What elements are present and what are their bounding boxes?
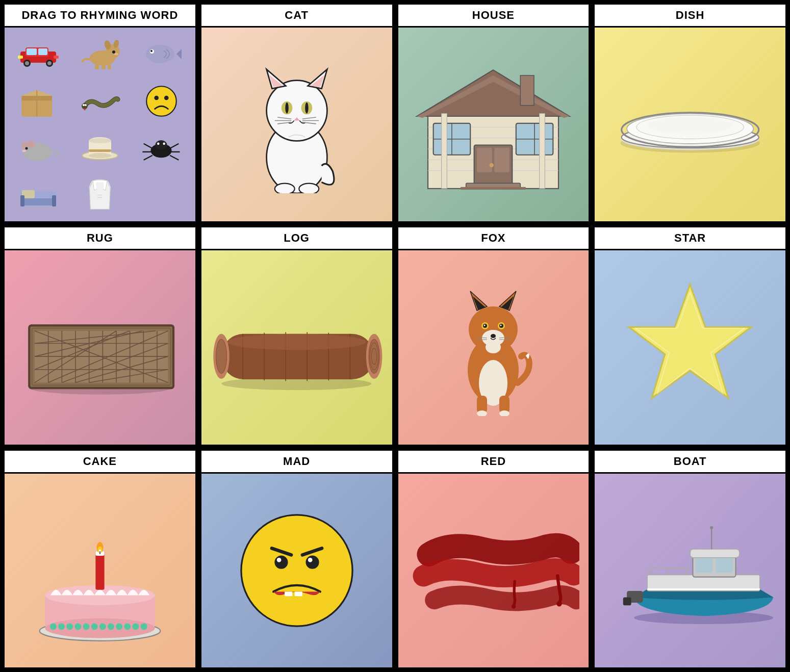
svg-rect-8 xyxy=(18,56,23,59)
svg-rect-62 xyxy=(52,195,56,206)
drag-source-header: DRAG TO RHYMING WORD xyxy=(5,5,195,28)
drag-source-content[interactable] xyxy=(5,28,195,221)
cake-content xyxy=(5,474,195,667)
boat-content xyxy=(595,474,785,667)
fox-content xyxy=(398,250,589,444)
svg-rect-105 xyxy=(461,187,526,190)
cake-header: CAKE xyxy=(5,451,195,474)
svg-line-52 xyxy=(144,155,152,160)
svg-point-97 xyxy=(490,163,494,168)
mad-cell: MAD xyxy=(200,449,394,669)
svg-point-209 xyxy=(305,555,319,568)
svg-point-168 xyxy=(484,325,486,326)
log-header: LOG xyxy=(201,227,392,250)
drag-item-hat[interactable] xyxy=(80,132,120,165)
rug-cell: RUG xyxy=(3,226,197,446)
drag-item-snake[interactable] xyxy=(80,85,120,118)
fox-cell: FOX xyxy=(397,226,591,446)
svg-point-7 xyxy=(47,61,52,65)
svg-point-29 xyxy=(83,104,85,106)
house-content xyxy=(398,28,589,221)
svg-marker-180 xyxy=(629,285,751,398)
drag-item-dog[interactable] xyxy=(80,38,120,71)
drag-item-sad-face[interactable] xyxy=(141,85,182,118)
svg-rect-3 xyxy=(38,48,47,55)
svg-point-169 xyxy=(500,325,502,326)
cat-cell: CAT xyxy=(200,3,394,223)
svg-rect-212 xyxy=(285,591,292,596)
drag-item-bug[interactable] xyxy=(141,132,182,165)
drag-item-mouse[interactable] xyxy=(18,132,59,165)
svg-point-153 xyxy=(369,340,380,374)
svg-rect-2 xyxy=(27,48,37,55)
dish-cell: DISH xyxy=(593,3,787,223)
log-content xyxy=(201,250,392,444)
svg-rect-198 xyxy=(95,551,104,589)
drag-item-fish[interactable] xyxy=(141,38,182,71)
drag-item-lab-coat[interactable] xyxy=(80,178,120,212)
svg-rect-63 xyxy=(96,182,104,189)
svg-point-14 xyxy=(112,50,115,54)
svg-point-15 xyxy=(114,53,118,55)
svg-point-192 xyxy=(99,623,106,630)
svg-point-28 xyxy=(82,103,88,109)
svg-point-210 xyxy=(276,558,281,562)
svg-marker-20 xyxy=(176,48,182,60)
svg-point-83 xyxy=(274,184,294,193)
svg-point-186 xyxy=(50,623,57,630)
svg-point-34 xyxy=(164,95,169,100)
star-content xyxy=(595,250,785,444)
svg-point-56 xyxy=(157,142,160,145)
svg-rect-47 xyxy=(89,149,111,152)
dish-content xyxy=(595,28,785,221)
svg-rect-220 xyxy=(716,556,733,573)
svg-point-179 xyxy=(486,341,501,353)
svg-rect-213 xyxy=(294,591,302,596)
svg-rect-61 xyxy=(20,195,24,206)
red-cell: RED xyxy=(397,449,591,669)
svg-point-189 xyxy=(74,623,81,630)
star-cell: STAR xyxy=(593,226,787,446)
svg-point-197 xyxy=(141,623,147,630)
cat-header: CAT xyxy=(201,5,392,28)
rug-content xyxy=(5,250,195,444)
svg-point-22 xyxy=(150,50,152,52)
svg-point-30 xyxy=(85,104,87,106)
svg-point-211 xyxy=(308,558,312,562)
drag-item-bed[interactable] xyxy=(18,178,59,212)
svg-point-196 xyxy=(132,623,139,630)
svg-rect-107 xyxy=(540,114,545,189)
svg-point-84 xyxy=(299,184,319,193)
svg-rect-16 xyxy=(95,64,99,69)
svg-point-39 xyxy=(26,147,28,149)
house-cell: HOUSE xyxy=(397,3,591,223)
drag-item-box[interactable] xyxy=(18,85,59,118)
log-cell: LOG xyxy=(200,226,394,446)
drag-item-car[interactable] xyxy=(18,38,59,71)
svg-point-38 xyxy=(28,141,35,148)
main-grid: DRAG TO RHYMING WORD xyxy=(0,0,790,672)
red-content xyxy=(398,474,589,667)
svg-point-214 xyxy=(556,601,562,607)
rug-header: RUG xyxy=(5,227,195,250)
svg-point-57 xyxy=(163,142,166,145)
svg-point-74 xyxy=(285,102,288,114)
svg-point-19 xyxy=(146,45,174,63)
drag-source-cell[interactable]: DRAG TO RHYMING WORD xyxy=(3,3,197,223)
svg-point-152 xyxy=(216,340,227,374)
svg-rect-106 xyxy=(442,114,447,189)
boat-header: BOAT xyxy=(595,451,785,474)
svg-point-5 xyxy=(25,61,29,65)
svg-point-46 xyxy=(89,138,111,143)
svg-rect-95 xyxy=(477,148,492,172)
drag-item-empty xyxy=(141,178,182,212)
cake-cell: CAKE xyxy=(3,449,197,669)
svg-point-193 xyxy=(108,623,114,630)
svg-point-194 xyxy=(116,623,122,630)
svg-point-215 xyxy=(512,604,516,608)
mad-header: MAD xyxy=(201,451,392,474)
svg-point-223 xyxy=(710,526,713,529)
house-header: HOUSE xyxy=(398,5,589,28)
svg-rect-96 xyxy=(495,148,510,172)
svg-point-75 xyxy=(305,102,308,114)
